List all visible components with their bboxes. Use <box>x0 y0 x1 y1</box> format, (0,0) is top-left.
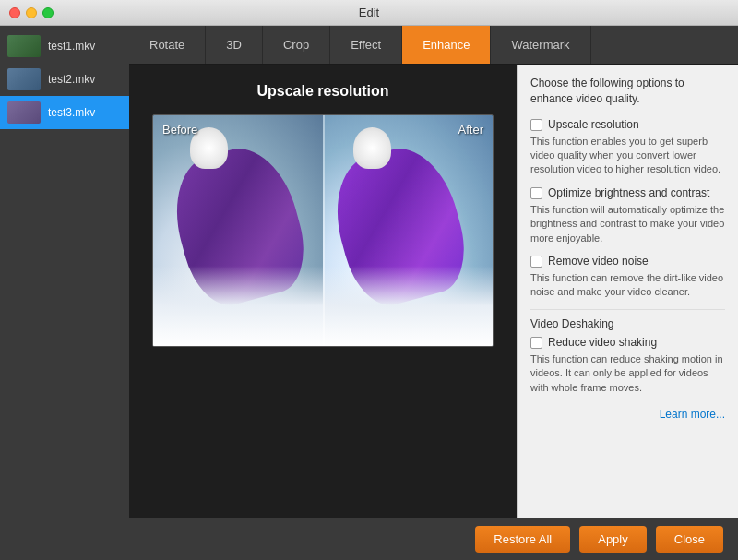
tab-watermark[interactable]: Watermark <box>491 26 590 64</box>
checkbox-brightness[interactable] <box>530 187 542 199</box>
checkbox-deshaking[interactable] <box>530 337 542 349</box>
tab-enhance[interactable]: Enhance <box>402 26 491 64</box>
apply-button[interactable]: Apply <box>579 526 647 553</box>
sidebar-thumb-2 <box>7 68 41 90</box>
after-skier-head <box>353 127 390 169</box>
tab-3d[interactable]: 3D <box>206 26 263 64</box>
tab-effect[interactable]: Effect <box>330 26 402 64</box>
after-label: After <box>458 123 483 137</box>
sidebar-item-test3[interactable]: test3.mkv <box>0 96 129 129</box>
option-deshaking-desc: This function can reduce shaking motion … <box>530 352 725 395</box>
option-noise-header: Remove video noise <box>530 255 725 268</box>
right-panel-scroll: Choose the following options to enhance … <box>518 65 738 520</box>
restore-all-button[interactable]: Restore All <box>475 526 570 553</box>
section-deshaking: Video Deshaking Reduce video shaking Thi… <box>530 317 725 395</box>
option-brightness-desc: This function will automatically optimiz… <box>530 203 725 245</box>
option-upscale-name: Upscale resolution <box>548 118 639 131</box>
preview-after: After <box>323 115 493 346</box>
sidebar-item-test2[interactable]: test2.mkv <box>0 63 129 96</box>
option-noise-name: Remove video noise <box>548 255 649 268</box>
option-noise: Remove video noise This function can rem… <box>530 255 725 300</box>
sidebar-item-test1[interactable]: test1.mkv <box>0 30 129 63</box>
window-title: Edit <box>359 6 379 19</box>
content-area: Rotate 3D Crop Effect Enhance Watermark … <box>129 26 738 560</box>
traffic-lights <box>9 7 54 18</box>
option-noise-desc: This function can remove the dirt-like v… <box>530 271 725 300</box>
main-layout: test1.mkv test2.mkv test3.mkv Rotate 3D … <box>0 26 738 560</box>
tab-rotate[interactable]: Rotate <box>129 26 206 64</box>
deshaking-title: Video Deshaking <box>530 317 725 330</box>
sidebar-label-test3: test3.mkv <box>48 106 95 119</box>
option-brightness-name: Optimize brightness and contrast <box>548 186 709 199</box>
before-snow <box>153 266 323 347</box>
checkbox-noise[interactable] <box>530 256 542 268</box>
sidebar-label-test1: test1.mkv <box>48 40 95 53</box>
option-upscale: Upscale resolution This function enables… <box>530 118 725 177</box>
section-divider <box>530 309 725 310</box>
preview-divider <box>323 115 325 346</box>
before-label: Before <box>162 123 197 137</box>
checkbox-upscale[interactable] <box>530 119 542 131</box>
learn-more-link[interactable]: Learn more... <box>660 408 725 421</box>
preview-title: Upscale resolution <box>256 83 388 100</box>
close-button-traffic[interactable] <box>9 7 20 18</box>
sidebar-label-test2: test2.mkv <box>48 73 95 86</box>
maximize-button-traffic[interactable] <box>42 7 54 18</box>
option-upscale-desc: This function enables you to get superb … <box>530 135 725 177</box>
editor-body: Upscale resolution Before <box>129 65 738 560</box>
preview-panel: Upscale resolution Before <box>129 65 517 560</box>
sidebar: test1.mkv test2.mkv test3.mkv <box>0 26 129 560</box>
option-brightness-header: Optimize brightness and contrast <box>530 186 725 199</box>
option-upscale-header: Upscale resolution <box>530 118 725 131</box>
tab-bar: Rotate 3D Crop Effect Enhance Watermark <box>129 26 738 65</box>
preview-images: Before After <box>152 114 494 347</box>
close-button[interactable]: Close <box>656 526 723 553</box>
option-deshaking-header: Reduce video shaking <box>530 336 725 349</box>
sidebar-thumb-3 <box>7 101 41 124</box>
right-panel: Choose the following options to enhance … <box>517 65 738 560</box>
preview-before: Before <box>153 115 323 346</box>
sidebar-thumb-1 <box>7 35 41 57</box>
minimize-button-traffic[interactable] <box>26 7 37 18</box>
title-bar: Edit <box>0 0 738 26</box>
bottom-bar: Restore All Apply Close <box>0 518 738 560</box>
tab-crop[interactable]: Crop <box>263 26 330 64</box>
panel-intro: Choose the following options to enhance … <box>530 76 725 107</box>
after-snow <box>323 266 493 347</box>
option-brightness: Optimize brightness and contrast This fu… <box>530 186 725 245</box>
option-deshaking-name: Reduce video shaking <box>548 336 657 349</box>
